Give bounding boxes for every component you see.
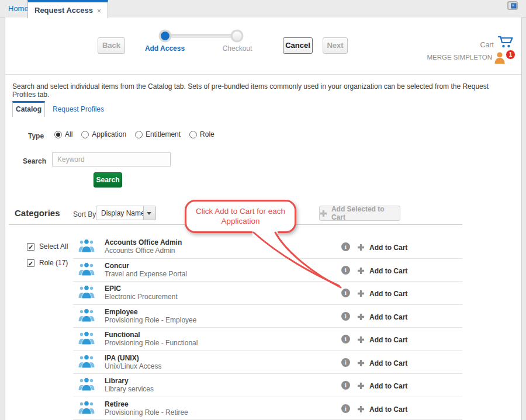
item-subtitle: Library services bbox=[105, 385, 154, 393]
add-to-cart-link[interactable]: Add to Cart bbox=[369, 244, 407, 252]
radio-application-label: Application bbox=[92, 130, 126, 138]
item-text: IPA (UNIX) Unix/Linux Access bbox=[105, 354, 161, 370]
stepper-section: Back Add Access Checkout Cancel Next Car… bbox=[5, 18, 521, 75]
application-group-icon bbox=[78, 284, 95, 301]
plus-icon[interactable] bbox=[357, 289, 365, 300]
application-group-icon bbox=[78, 308, 95, 324]
application-group-icon bbox=[78, 377, 95, 393]
info-icon[interactable]: i bbox=[341, 312, 350, 321]
item-subtitle: Travel and Expense Portal bbox=[105, 270, 187, 278]
search-input[interactable] bbox=[52, 152, 171, 166]
application-group-icon bbox=[78, 400, 95, 416]
add-to-cart-link[interactable]: Add to Cart bbox=[369, 290, 407, 298]
radio-role[interactable] bbox=[189, 131, 197, 138]
user-person-icon[interactable] bbox=[494, 51, 506, 67]
search-label: Search bbox=[23, 157, 46, 165]
item-text: EPIC Electronic Procurement bbox=[105, 284, 178, 301]
cart-label[interactable]: Cart bbox=[480, 41, 494, 49]
add-to-cart-link[interactable]: Add to Cart bbox=[369, 382, 407, 390]
add-to-cart-link[interactable]: Add to Cart bbox=[369, 359, 407, 367]
shopping-cart-icon[interactable] bbox=[496, 35, 514, 51]
role-checkbox[interactable]: ✓ bbox=[27, 259, 34, 267]
info-icon[interactable]: i bbox=[341, 404, 350, 413]
item-subtitle: Provisioning Role - Functional bbox=[105, 339, 198, 347]
cart-count-badge: 1 bbox=[506, 50, 515, 60]
search-button[interactable]: Search bbox=[94, 172, 122, 188]
back-button[interactable]: Back bbox=[98, 37, 125, 54]
step-checkout-dot bbox=[233, 32, 241, 40]
main-panel: Back Add Access Checkout Cancel Next Car… bbox=[5, 18, 522, 420]
sort-by-label: Sort By bbox=[73, 210, 96, 218]
plus-icon[interactable] bbox=[357, 266, 365, 277]
plus-icon[interactable] bbox=[357, 359, 365, 369]
close-tab-icon[interactable]: × bbox=[97, 7, 101, 15]
intro-text: Search and select individual items from … bbox=[12, 82, 512, 99]
add-selected-to-cart-button[interactable]: Add Selected to Cart bbox=[319, 206, 400, 221]
item-text: Retiree Provisioning Role - Retiree bbox=[105, 400, 188, 416]
add-to-cart-link[interactable]: Add to Cart bbox=[369, 336, 407, 344]
info-icon[interactable]: i bbox=[341, 381, 350, 390]
plus-icon[interactable] bbox=[357, 243, 365, 254]
item-title: Library bbox=[105, 377, 154, 385]
plus-icon[interactable] bbox=[357, 405, 365, 415]
add-selected-to-cart-label: Add Selected to Cart bbox=[331, 205, 400, 221]
tab-request-access[interactable]: Request Access × bbox=[27, 0, 108, 18]
plus-icon[interactable] bbox=[357, 381, 365, 392]
item-title: Accounts Office Admin bbox=[105, 238, 182, 247]
application-group-icon bbox=[78, 331, 95, 347]
sort-by-value: Display Name bbox=[101, 209, 145, 217]
radio-application[interactable] bbox=[81, 131, 89, 138]
catalog-item-row: Retiree Provisioning Role - Retiree i Ad… bbox=[73, 397, 462, 420]
dropdown-arrow-button[interactable] bbox=[143, 206, 155, 220]
radio-option-application[interactable]: Application bbox=[81, 130, 126, 138]
select-all-label: Select All bbox=[39, 242, 68, 251]
annotation-text: Click Add to Cart for each Application bbox=[186, 202, 295, 226]
application-group-icon bbox=[78, 238, 95, 255]
info-icon[interactable]: i bbox=[341, 358, 350, 367]
role-filter-label: Role (17) bbox=[39, 259, 68, 267]
logged-in-user: MERGE SIMPLETON bbox=[427, 54, 492, 61]
item-text: Functional Provisioning Role - Functiona… bbox=[105, 331, 198, 347]
next-button[interactable]: Next bbox=[323, 37, 348, 54]
tab-request-access-label: Request Access bbox=[34, 6, 93, 15]
item-subtitle: Accounts Office Admin bbox=[105, 247, 182, 255]
radio-entitlement-label: Entitlement bbox=[146, 130, 181, 138]
plus-icon[interactable] bbox=[357, 313, 365, 323]
item-title: EPIC bbox=[105, 284, 178, 293]
item-subtitle: Provisioning Role - Employee bbox=[105, 316, 196, 324]
cancel-button[interactable]: Cancel bbox=[283, 37, 313, 54]
radio-entitlement[interactable] bbox=[135, 131, 143, 138]
item-text: Accounts Office Admin Accounts Office Ad… bbox=[105, 238, 182, 255]
step-add-access-label: Add Access bbox=[133, 44, 197, 53]
step-add-access-dot bbox=[161, 32, 169, 40]
item-text: Employee Provisioning Role - Employee bbox=[105, 308, 196, 324]
radio-all-label: All bbox=[65, 130, 72, 138]
item-title: Employee bbox=[105, 308, 196, 316]
add-to-cart-link[interactable]: Add to Cart bbox=[369, 313, 407, 321]
radio-option-role[interactable]: Role bbox=[189, 130, 214, 138]
tab-request-profiles[interactable]: Request Profiles bbox=[53, 105, 104, 113]
sort-by-dropdown[interactable]: Display Name bbox=[96, 206, 156, 220]
add-to-cart-link[interactable]: Add to Cart bbox=[369, 267, 407, 275]
radio-option-all[interactable]: All bbox=[54, 130, 72, 138]
select-all-checkbox[interactable]: ✓ bbox=[27, 243, 34, 251]
accessibility-monitor-icon[interactable] bbox=[507, 1, 518, 13]
add-to-cart-link[interactable]: Add to Cart bbox=[369, 405, 407, 414]
radio-all[interactable] bbox=[54, 131, 62, 138]
step-checkout-label: Checkout bbox=[205, 44, 269, 53]
item-text: Concur Travel and Expense Portal bbox=[105, 262, 187, 278]
annotation-arrow bbox=[239, 228, 350, 293]
type-label: Type bbox=[28, 132, 44, 140]
top-tab-bar: Home Request Access × bbox=[0, 0, 526, 18]
catalog-item-row: Library Library services i Add to Cart bbox=[73, 374, 462, 397]
radio-option-entitlement[interactable]: Entitlement bbox=[135, 130, 181, 138]
tab-catalog[interactable]: Catalog bbox=[12, 101, 45, 117]
plus-icon[interactable] bbox=[357, 335, 365, 346]
info-icon[interactable]: i bbox=[341, 335, 350, 343]
item-title: Functional bbox=[105, 331, 198, 339]
item-text: Library Library services bbox=[105, 377, 154, 393]
categories-heading: Categories bbox=[15, 208, 60, 218]
radio-role-label: Role bbox=[200, 130, 214, 138]
role-filter-row: ✓ Role (17) bbox=[27, 259, 68, 267]
application-group-icon bbox=[78, 262, 95, 278]
